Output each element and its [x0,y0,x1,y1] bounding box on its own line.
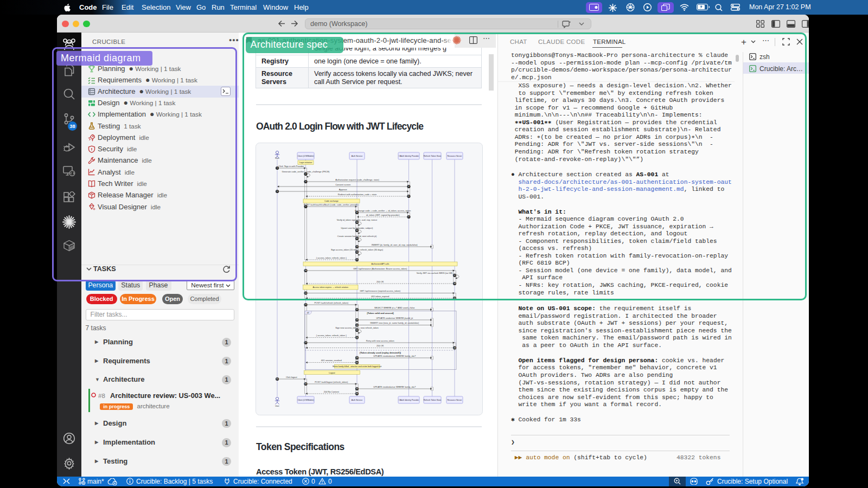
svg-text:204 No Content: 204 No Content [324,390,340,393]
svg-text:SELECT WHERE jti = ? AND used: SELECT WHERE jti = ? AND used = false [374,306,415,309]
svg-text:[Token valid and unused]: [Token valid and unused] [367,312,394,314]
svg-text:23: 23 [356,319,358,321]
svg-text:28: 28 [454,347,456,349]
svg-text:UPDATE revoked=true WHERE fami: UPDATE revoked=true WHERE family_id=? [373,386,416,388]
svg-text:[Token already used (replay de: [Token already used (replay detected!)] [360,351,401,354]
svg-text:Refresh Token Store: Refresh Token Store [424,399,442,401]
svg-text:{ access_token, refresh_token: { access_token, refresh_token } [316,334,347,337]
svg-text:OAuth Identity Provider: OAuth Identity Provider [399,399,419,401]
svg-text:30: 30 [356,362,358,364]
svg-text:UPDATE used=true WHERE jti=old: UPDATE used=true WHERE jti=old_jti [376,317,413,319]
svg-text:Entire family killed - attacke: Entire family killed - attacker and vict… [333,365,381,368]
svg-text:UPDATE revoked=true WHERE fami: UPDATE revoked=true WHERE family_id=? [373,355,416,357]
svg-text:POST /auth/logout (refresh_tok: POST /auth/logout (refresh_token) [315,381,348,383]
svg-text:Logout: Logout [329,372,335,374]
svg-text:27: 27 [305,342,307,344]
svg-text:26: 26 [356,337,358,339]
svg-text:Sign new access_token + new re: Sign new access_token + new refresh_toke… [335,326,379,329]
svg-text:User: User [275,405,279,407]
svg-text:29: 29 [356,357,358,359]
svg-text:Auth Service: Auth Service [352,399,362,401]
svg-text:32: 32 [305,383,307,385]
svg-text:Resource Server: Resource Server [448,399,463,401]
svg-text:POST /auth/refresh (refresh_to: POST /auth/refresh (refresh_token) [314,301,348,304]
svg-text:INSERT new (new_jti, same fami: INSERT new (new_jti, same family_id, use… [370,322,419,324]
svg-text:Click logout: Click logout [286,376,298,378]
svg-text:21: 21 [305,304,307,306]
svg-text:33: 33 [356,388,358,390]
svg-text:401 session_revoked: 401 session_revoked [321,359,342,362]
svg-text:Client (iOS/Mobile): Client (iOS/Mobile) [297,399,314,401]
svg-text:34: 34 [356,393,358,395]
svg-text:31: 31 [276,378,278,380]
svg-text:22: 22 [356,309,358,311]
svg-text:Retry with new access_token: Retry with new access_token [366,339,394,342]
svg-text:200 OK: 200 OK [376,344,384,347]
